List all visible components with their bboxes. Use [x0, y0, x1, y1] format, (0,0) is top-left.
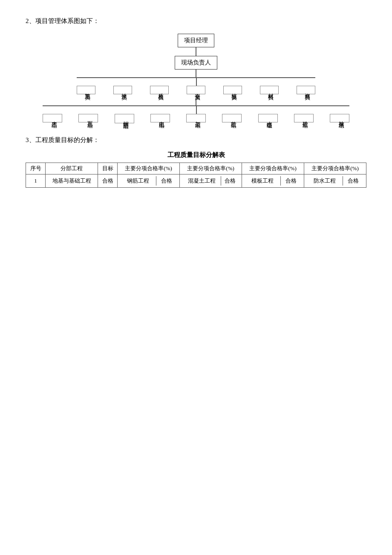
org-level1: 项目经理 — [178, 34, 214, 47]
level4-connector — [26, 98, 366, 114]
node-安全员: 安全员 — [187, 86, 205, 94]
org-level2: 现场负责人 — [175, 56, 217, 70]
org-box-瓦工组: 瓦工组 — [78, 114, 98, 122]
v-line-3 — [196, 98, 196, 105]
node-壮工组: 壮工组 — [222, 114, 242, 122]
node-砼工组: 砼工组 — [294, 114, 314, 122]
org-box-抹灰组: 抹灰组 — [330, 114, 349, 122]
org-box-材料员: 材料员 — [260, 86, 279, 94]
org-box-钢筋工组: 钢筋工组 — [115, 114, 134, 123]
connector-v1 — [196, 47, 196, 56]
org-box-project-manager: 项目经理 — [178, 34, 214, 47]
td-sub2: 混凝土工程 合格 — [180, 174, 242, 188]
h-spread-3 — [77, 77, 315, 86]
node-施工员: 施工员 — [77, 86, 95, 94]
org-level4-row: 木工组 瓦工组 钢筋工组 电工组 架工组 壮工组 水暖组 砼工组 抹灰组 — [43, 114, 349, 123]
table-header-row: 序号 分部工程 目标 主要分项合格率(%) 主要分项合格率(%) 主要分项合格率… — [26, 163, 366, 174]
td-dept: 地基与基础工程 — [46, 174, 98, 188]
th-seq: 序号 — [26, 163, 46, 174]
td-sub4: 防水工程 合格 — [304, 174, 366, 188]
section3: 3、工程质量目标的分解： 工程质量目标分解表 序号 分部工程 目标 主要分项合格… — [26, 136, 366, 188]
quality-table: 序号 分部工程 目标 主要分项合格率(%) 主要分项合格率(%) 主要分项合格率… — [26, 163, 366, 188]
table-row: 1 地基与基础工程 合格 钢筋工程 合格 混凝土工程 合格 — [26, 174, 366, 188]
node-抹灰组: 抹灰组 — [330, 114, 349, 122]
th-dept: 分部工程 — [46, 163, 98, 174]
org-box-施工员: 施工员 — [77, 86, 95, 94]
th-target: 目标 — [98, 163, 118, 174]
node-钢筋工组: 钢筋工组 — [115, 114, 134, 123]
th-sub3: 主要分项合格率(%) — [242, 163, 304, 174]
th-sub2: 主要分项合格率(%) — [180, 163, 242, 174]
th-sub1: 主要分项合格率(%) — [118, 163, 180, 174]
node-木工组: 木工组 — [43, 114, 62, 122]
section3-title: 3、工程质量目标的分解： — [26, 136, 366, 144]
v-center-3 — [196, 77, 197, 86]
node-技术员: 技术员 — [113, 86, 132, 94]
h-line-4 — [43, 105, 349, 106]
org-box-水暖组: 水暖组 — [258, 114, 278, 122]
level3-connector — [26, 70, 366, 86]
td-sub1: 钢筋工程 合格 — [118, 174, 180, 188]
node-瓦工组: 瓦工组 — [78, 114, 98, 122]
td-sub3: 模板工程 合格 — [242, 174, 304, 188]
td-seq: 1 — [26, 174, 46, 188]
org-box-电工组: 电工组 — [150, 114, 170, 122]
org-box-技术员: 技术员 — [113, 86, 132, 94]
org-box-壮工组: 壮工组 — [222, 114, 242, 122]
org-box-安全员: 安全员 — [187, 86, 205, 94]
org-box-核算员: 核算员 — [223, 86, 242, 94]
org-box-质检员: 质检员 — [150, 86, 169, 94]
node-核算员: 核算员 — [223, 86, 242, 94]
node-材料员: 材料员 — [260, 86, 279, 94]
org-level3-row: 施工员 技术员 质检员 安全员 核算员 材料员 资料员 — [77, 86, 315, 94]
node-质检员: 质检员 — [150, 86, 169, 94]
th-sub4: 主要分项合格率(%) — [304, 163, 366, 174]
v-center-4 — [196, 105, 197, 114]
node-架工组: 架工组 — [186, 114, 206, 122]
td-target: 合格 — [98, 174, 118, 188]
org-box-site-manager: 现场负责人 — [175, 56, 217, 70]
node-资料员: 资料员 — [297, 86, 315, 94]
org-box-资料员: 资料员 — [297, 86, 315, 94]
node-电工组: 电工组 — [150, 114, 170, 122]
org-box-架工组: 架工组 — [186, 114, 206, 122]
v-line-2 — [196, 70, 196, 77]
org-box-砼工组: 砼工组 — [294, 114, 314, 122]
section2-title: 2、项目管理体系图如下： — [26, 17, 366, 25]
org-box-木工组: 木工组 — [43, 114, 62, 122]
h-spread-4 — [43, 105, 349, 114]
org-chart: 项目经理 现场负责人 施工员 技术员 质检员 安全员 — [26, 34, 366, 123]
node-水暖组: 水暖组 — [258, 114, 278, 122]
table-title: 工程质量目标分解表 — [26, 151, 366, 159]
h-line-3 — [77, 77, 315, 78]
